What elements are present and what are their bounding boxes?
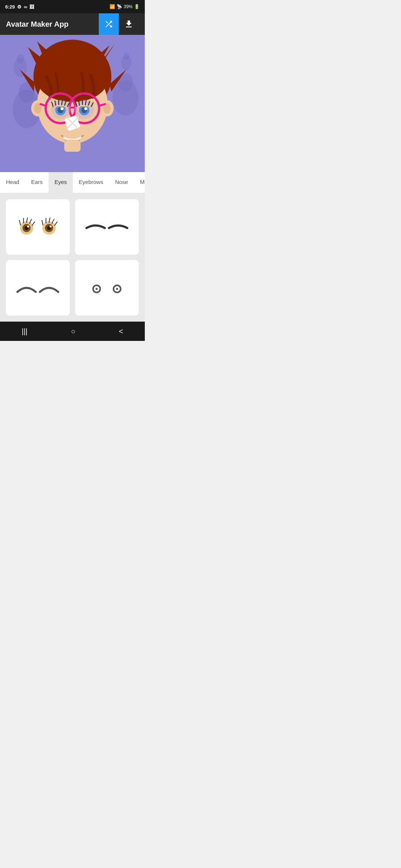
svg-marker-14 [20, 69, 35, 92]
svg-rect-36 [64, 141, 81, 152]
tab-eyes[interactable]: Eyes [49, 172, 73, 193]
download-button[interactable] [119, 13, 139, 35]
avatar-svg [17, 40, 128, 166]
app-title: Avatar Maker App [6, 20, 69, 29]
dot-eyes-icon [81, 266, 133, 310]
app-bar-actions [99, 13, 139, 35]
category-tabs: Head Ears Eyes Eyebrows Nose Mouth Hair [0, 172, 145, 193]
tab-nose[interactable]: Nose [109, 172, 134, 193]
avatar-canvas [0, 35, 145, 172]
tab-mouth[interactable]: Mouth [134, 172, 145, 193]
shuffle-icon [104, 19, 114, 29]
wifi-icon: 📶 [110, 4, 115, 9]
option-happy-eyes[interactable] [6, 260, 70, 316]
svg-point-40 [27, 226, 29, 228]
bottom-nav: ||| ○ < [0, 322, 145, 341]
option-normal-eyes[interactable] [6, 199, 70, 255]
shuffle-button[interactable] [99, 13, 119, 35]
signal-icon: 📡 [117, 4, 122, 9]
svg-point-44 [50, 226, 52, 228]
battery-icon: 🔋 [134, 4, 140, 9]
back-button[interactable]: < [110, 324, 132, 339]
time-display: 6:29 [5, 4, 15, 10]
normal-eyes-icon [12, 205, 63, 249]
tab-ears[interactable]: Ears [25, 172, 49, 193]
avatar-figure [17, 40, 128, 167]
svg-point-28 [61, 107, 63, 110]
svg-point-32 [84, 107, 87, 110]
recent-apps-button[interactable]: ||| [13, 324, 36, 339]
status-bar: 6:29 ⚙ ∞ 🖼 📶 📡 39% 🔋 [0, 0, 145, 13]
settings-icon: ⚙ [17, 4, 22, 10]
status-right: 📶 📡 39% 🔋 [110, 4, 140, 9]
overflow-icon: ∞ [24, 4, 27, 10]
tab-eyebrows[interactable]: Eyebrows [73, 172, 109, 193]
home-button[interactable]: ○ [62, 324, 84, 339]
happy-eyes-icon [12, 266, 63, 310]
image-icon: 🖼 [29, 4, 34, 10]
option-dot-eyes[interactable] [75, 260, 139, 316]
svg-point-48 [116, 288, 118, 290]
status-left: 6:29 ⚙ ∞ 🖼 [5, 4, 34, 10]
closed-eyes-icon [81, 205, 133, 249]
tab-head[interactable]: Head [0, 172, 25, 193]
svg-marker-13 [110, 69, 126, 92]
svg-point-46 [96, 288, 98, 290]
download-icon [124, 19, 134, 29]
app-bar: Avatar Maker App [0, 13, 145, 35]
options-grid [0, 193, 145, 322]
option-closed-eyes[interactable] [75, 199, 139, 255]
battery-display: 39% [124, 4, 133, 9]
